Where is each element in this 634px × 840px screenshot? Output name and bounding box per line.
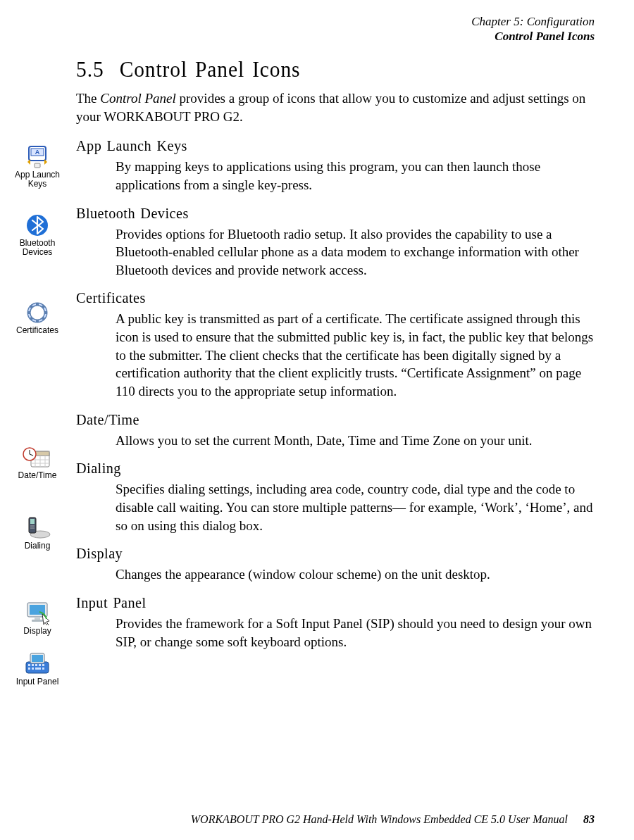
svg-line-12 — [42, 306, 44, 308]
svg-point-28 — [30, 525, 32, 527]
svg-rect-36 — [35, 617, 40, 620]
entry-body: A public key is transmitted as part of a… — [116, 310, 595, 400]
footer-text: WORKABOUT PRO G2 Hand-Held With Windows … — [191, 813, 568, 825]
header-line-section: Control Panel Icons — [471, 29, 595, 44]
svg-rect-27 — [30, 519, 35, 524]
svg-line-13 — [30, 318, 32, 320]
page-number: 83 — [583, 813, 595, 825]
entry-body: Provides options for Bluetooth radio set… — [116, 225, 595, 280]
entry-body: Allows you to set the current Month, Dat… — [116, 432, 595, 450]
svg-rect-41 — [35, 664, 37, 666]
entry-display: Display Changes the appearance (window c… — [76, 544, 595, 584]
icon-label: App Launch Keys — [15, 170, 60, 189]
entry-certificates: Certificates A public key is transmitted… — [76, 289, 595, 400]
icon-label: Input Panel — [16, 677, 59, 687]
entry-heading: Bluetooth Devices — [76, 204, 553, 222]
svg-text:A: A — [35, 149, 40, 156]
entry-body: Provides the framework for a Soft Input … — [116, 615, 595, 651]
svg-line-14 — [42, 318, 44, 320]
svg-point-32 — [32, 527, 33, 529]
svg-point-29 — [32, 525, 33, 527]
svg-rect-40 — [32, 664, 34, 666]
svg-rect-46 — [35, 667, 41, 670]
bluetooth-devices-icon: Bluetooth Devices — [7, 213, 68, 257]
section-title: Control Panel Icons — [120, 56, 301, 82]
entry-date-time: Date/Time Allows you to set the current … — [76, 410, 595, 450]
entry-bluetooth-devices: Bluetooth Devices Provides options for B… — [76, 204, 595, 280]
dialing-icon: Dialing — [7, 515, 68, 551]
svg-rect-49 — [32, 655, 43, 662]
entry-body: Changes the appearance (window colour sc… — [116, 565, 595, 584]
entry-heading: Dialing — [76, 459, 553, 477]
svg-rect-37 — [32, 620, 43, 622]
entry-dialing: Dialing Specifies dialing settings, incl… — [76, 459, 595, 534]
date-time-icon: Date/Time — [7, 446, 68, 480]
page-footer: WORKABOUT PRO G2 Hand-Held With Windows … — [191, 813, 595, 826]
svg-line-11 — [30, 306, 32, 308]
svg-point-33 — [33, 527, 35, 529]
icon-label: Certificates — [16, 325, 58, 335]
section-intro: The Control Panel provides a group of ic… — [76, 89, 595, 125]
svg-point-30 — [33, 525, 35, 527]
header-line-chapter: Chapter 5: Configuration — [471, 14, 595, 29]
entry-heading: Certificates — [76, 289, 553, 307]
entry-body: Specifies dialing settings, including ar… — [116, 480, 595, 534]
svg-rect-45 — [32, 667, 34, 670]
icon-label: Date/Time — [18, 470, 57, 480]
display-icon: Display — [7, 600, 68, 636]
entry-app-launch-keys: App Launch Keys By mapping keys to appli… — [76, 137, 595, 194]
certificates-icon: Certificates — [7, 301, 68, 335]
svg-rect-43 — [42, 664, 44, 666]
svg-rect-39 — [28, 664, 30, 666]
svg-rect-3 — [35, 163, 40, 168]
icon-label: Dialing — [25, 541, 51, 551]
icon-label: Bluetooth Devices — [20, 238, 56, 257]
entry-heading: Display — [76, 544, 553, 563]
svg-rect-47 — [42, 667, 44, 670]
entry-heading: Date/Time — [76, 410, 553, 429]
input-panel-icon: Input Panel — [7, 652, 68, 687]
entry-heading: App Launch Keys — [76, 137, 553, 155]
entry-input-panel: Input Panel Provides the framework for a… — [76, 594, 595, 651]
entry-body: By mapping keys to applications using th… — [116, 158, 595, 194]
page-header: Chapter 5: Configuration Control Panel I… — [471, 14, 595, 44]
main-content: 5.5 Control Panel Icons The Control Pane… — [76, 56, 595, 660]
app-launch-keys-icon: A App Launch Keys — [7, 145, 68, 189]
svg-rect-44 — [28, 667, 30, 670]
section-number: 5.5 — [76, 56, 104, 82]
svg-point-31 — [30, 527, 32, 529]
section-heading: 5.5 Control Panel Icons — [76, 56, 553, 82]
svg-rect-42 — [39, 664, 41, 666]
icon-label: Display — [23, 626, 51, 636]
entry-heading: Input Panel — [76, 594, 553, 612]
